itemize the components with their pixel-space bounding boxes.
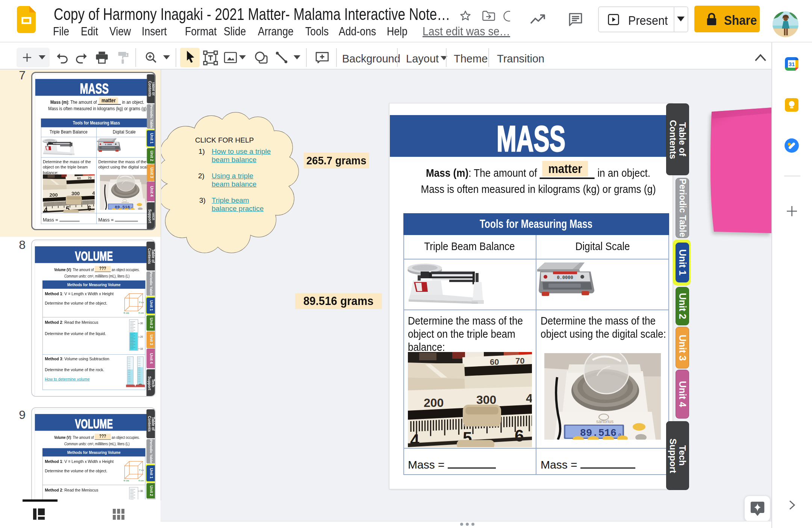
svg-text:30: 30 — [140, 322, 143, 325]
svg-text:31: 31 — [789, 61, 795, 67]
svg-text:4: 4 — [92, 190, 95, 196]
svg-text:4: 4 — [526, 391, 532, 405]
svg-text:0.0000: 0.0000 — [557, 275, 573, 281]
svg-text:300: 300 — [476, 393, 496, 407]
svg-text:70: 70 — [88, 176, 91, 180]
svg-text:0.0000: 0.0000 — [105, 144, 112, 146]
svg-text:10: 10 — [140, 347, 143, 350]
svg-text:6 cm: 6 cm — [124, 479, 129, 482]
svg-text:7 cm: 7 cm — [139, 469, 144, 471]
svg-text:30: 30 — [140, 490, 143, 492]
svg-text:6 cm: 6 cm — [124, 311, 129, 314]
svg-text:4 cm: 4 cm — [138, 479, 144, 482]
svg-text:sartorius: sartorius — [596, 419, 614, 424]
svg-text:300: 300 — [71, 191, 80, 197]
svg-text:60: 60 — [77, 177, 81, 181]
svg-text:6: 6 — [515, 426, 524, 445]
svg-text:sartorius: sartorius — [121, 202, 129, 203]
svg-text:7 cm: 7 cm — [139, 301, 144, 303]
svg-text:70: 70 — [515, 356, 524, 366]
svg-text:200: 200 — [49, 192, 58, 198]
svg-text:6: 6 — [88, 205, 91, 212]
svg-text:20: 20 — [140, 336, 143, 338]
svg-text:4 cm: 4 cm — [138, 311, 144, 314]
svg-text:60: 60 — [490, 357, 499, 367]
svg-text:200: 200 — [424, 396, 444, 410]
